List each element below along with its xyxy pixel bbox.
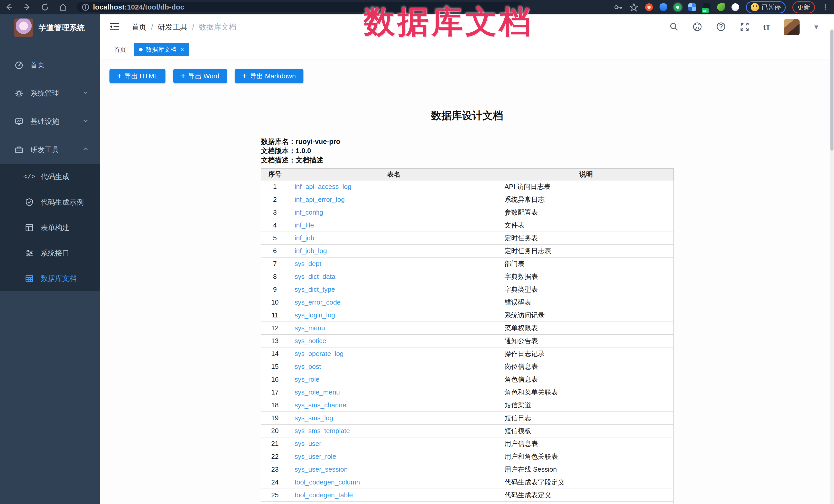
table-name-link[interactable]: sys_login_log [295,311,335,319]
chevron-down-icon[interactable]: ▼ [813,23,819,31]
breadcrumb: 首页 / 研发工具 / 数据库文档 [132,22,236,32]
active-dot-icon [139,48,142,51]
table-row: 7 sys_dept 部门表 [261,258,674,270]
browser-reload-icon[interactable] [41,3,49,12]
browser-menu-icon[interactable]: ⋮ [822,3,829,11]
tag-home[interactable]: 首页 [109,43,131,56]
profile-emoji-icon [751,3,759,11]
update-button[interactable]: 更新 [792,1,815,13]
table-name-link[interactable]: sys_dept [295,260,322,267]
export-markdown-button[interactable]: +导出 Markdown [235,69,304,83]
breadcrumb-devtools[interactable]: 研发工具 [158,22,188,32]
row-desc: 代码生成表字段定义 [499,476,674,489]
tag-db-doc[interactable]: 数据库文档 × [134,43,189,56]
sidebar-item-system[interactable]: 系统管理 [0,79,100,107]
meta-label: 文档描述： [261,156,296,164]
table-row: 22 sys_user_role 用户和角色关联表 [261,450,674,463]
sidebar-item-form-builder[interactable]: 表单构建 [0,215,100,240]
app-title: 芋道管理系统 [39,23,85,33]
table-name-link[interactable]: inf_job_log [295,247,327,255]
extension-icon-green-check[interactable] [674,3,682,11]
table-name-link[interactable]: inf_job [295,234,314,242]
bookmark-star-icon[interactable] [629,3,638,12]
search-icon[interactable] [669,22,679,32]
scrollbar-thumb[interactable] [830,30,833,151]
table-name-link[interactable]: sys_sms_log [295,414,333,422]
table-name-link[interactable]: sys_user_role [295,453,336,460]
table-name-link[interactable]: sys_user_session [295,465,348,473]
table-row: 23 sys_user_session 用户在线 Session [261,463,674,476]
sidebar-item-db-doc[interactable]: 数据库文档 [0,266,100,291]
table-row: 18 sys_sms_channel 短信渠道 [261,399,674,412]
table-name-link[interactable]: sys_dict_type [295,286,335,293]
sidebar-item-codegen[interactable]: </> 代码生成 [0,164,100,190]
font-size-icon[interactable]: tT [763,23,770,31]
row-index: 11 [261,309,289,322]
table-name-link[interactable]: sys_role_menu [295,388,340,396]
export-word-button[interactable]: +导出 Word [173,69,227,83]
address-bar[interactable]: localhost:1024/tool/db-doc [76,2,524,12]
sidebar-collapse-icon[interactable] [109,22,120,33]
table-name-link[interactable]: sys_sms_template [295,427,350,435]
table-name-link[interactable]: sys_operate_log [295,350,344,357]
table-name-link[interactable]: tool_codegen_column [295,478,360,486]
sidebar-item-home[interactable]: 首页 [0,51,100,79]
row-desc: 用户信息表 [499,437,674,450]
table-name-link[interactable]: inf_api_access_log [295,183,351,191]
plus-icon: + [117,72,121,80]
profile-paused-chip[interactable]: 已暂停 [746,1,786,13]
breadcrumb-home[interactable]: 首页 [132,22,147,32]
help-icon[interactable] [716,22,726,33]
table-name-link[interactable]: sys_dict_data [295,273,335,280]
extension-icon-blue-pin[interactable] [660,3,667,11]
table-name-link[interactable]: inf_config [295,209,323,216]
sidebar-item-system-api[interactable]: 系统接口 [0,240,100,266]
browser-forward-icon[interactable] [23,3,31,12]
github-icon[interactable] [692,22,702,33]
sidebar-item-codegen-example[interactable]: 代码生成示例 [0,190,100,215]
app-logo [15,19,33,37]
extension-icon-stack[interactable]: on [703,3,710,11]
row-index: 24 [261,476,289,489]
table-name-link[interactable]: inf_file [295,221,314,229]
row-index: 16 [261,373,289,386]
sidebar-item-devtools[interactable]: 研发工具 [0,136,100,164]
sidebar-item-infra[interactable]: 基础设施 [0,107,100,136]
extension-icon-grid[interactable] [688,3,696,11]
table-name-link[interactable]: sys_notice [295,337,326,345]
extension-on-badge: on [702,8,709,13]
table-name-link[interactable]: sys_sms_channel [295,401,348,409]
row-index: 15 [261,360,289,373]
extension-icon-red[interactable] [645,3,653,11]
row-index: 12 [261,322,289,335]
fullscreen-icon[interactable] [740,22,750,33]
table-name-link[interactable]: sys_post [295,363,321,370]
user-avatar[interactable] [784,19,799,35]
browser-back-icon[interactable] [5,3,13,12]
table-name-link[interactable]: sys_error_code [295,299,341,306]
chevron-down-icon [82,117,89,126]
top-navbar: 首页 / 研发工具 / 数据库文档 tT ▼ [100,15,834,40]
page-scrollbar[interactable] [830,29,834,504]
site-info-icon[interactable] [82,3,89,11]
row-desc: 字典类型表 [499,283,674,296]
row-index: 1 [261,180,289,193]
row-index: 10 [261,296,289,309]
browser-home-icon[interactable] [59,3,67,12]
row-index: 13 [261,335,289,348]
app-logo-row[interactable]: 芋道管理系统 [0,15,100,41]
extension-icon-puzzle[interactable] [731,3,739,11]
table-name-link[interactable]: sys_menu [295,324,325,332]
table-row: 21 sys_user 用户信息表 [261,437,674,450]
table-name-link[interactable]: sys_user [295,440,322,447]
sidebar-item-label: 代码生成示例 [41,197,84,207]
close-icon[interactable]: × [181,46,184,53]
table-name-link[interactable]: tool_codegen_table [295,491,353,499]
password-key-icon[interactable] [613,3,622,12]
table-name-link[interactable]: inf_api_error_log [295,196,345,203]
extension-icon-leaf[interactable] [717,3,725,11]
update-label: 更新 [797,3,810,12]
table-name-link[interactable]: sys_role [295,375,320,383]
row-desc: 字典类型表 [499,502,674,504]
export-html-button[interactable]: +导出 HTML [109,69,166,83]
